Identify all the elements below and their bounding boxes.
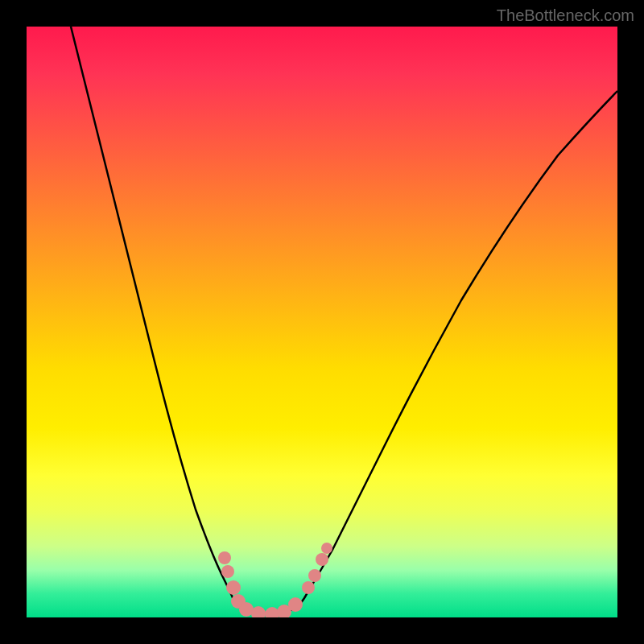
chart-frame: TheBottleneck.com: [0, 0, 644, 644]
marker-dot: [316, 553, 328, 566]
marker-dot: [226, 580, 241, 595]
marker-dot: [321, 543, 332, 554]
bottleneck-curve: [27, 27, 617, 617]
curve-left-branch: [71, 27, 237, 606]
marker-dot: [218, 551, 231, 564]
marker-dot: [308, 569, 321, 582]
marker-dot: [288, 597, 303, 612]
marker-dot: [302, 581, 315, 594]
marker-dot: [221, 565, 234, 578]
watermark-text: TheBottleneck.com: [497, 6, 634, 25]
curve-right-branch: [299, 91, 617, 606]
